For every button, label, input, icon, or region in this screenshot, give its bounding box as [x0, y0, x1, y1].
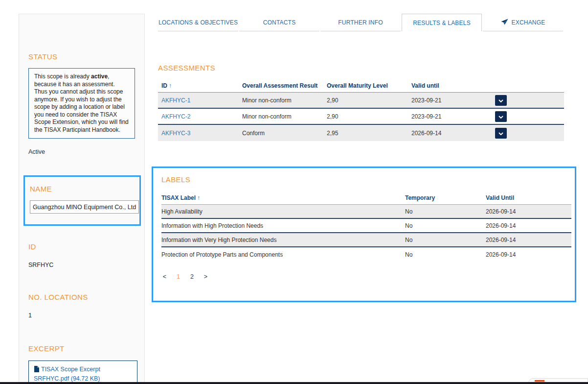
- tab-results-labels[interactable]: RESULTS & LABELS: [402, 14, 482, 31]
- label-name: Information with High Protection Needs: [161, 222, 405, 229]
- column-header-valid-until[interactable]: Valid Until: [486, 194, 571, 201]
- column-label: ID: [161, 82, 167, 89]
- name-heading: NAME: [30, 185, 134, 193]
- tab-locations-objectives[interactable]: LOCATIONS & OBJECTIVES: [158, 14, 238, 31]
- id-heading: ID: [28, 242, 135, 251]
- locations-heading: NO. LOCATIONS: [28, 293, 135, 301]
- column-header-result[interactable]: Overall Assessment Result: [242, 82, 327, 89]
- scope-name-input[interactable]: [30, 200, 139, 214]
- pagination-page-1[interactable]: 1: [175, 273, 181, 280]
- column-header-tisax-label[interactable]: TISAX Label↑: [161, 194, 405, 201]
- tab-label: LOCATIONS & OBJECTIVES: [158, 19, 238, 26]
- scope-sidebar: STATUS This scope is already active, bec…: [19, 14, 145, 384]
- label-name: Information with Very High Protection Ne…: [161, 237, 405, 243]
- column-header-id[interactable]: ID↑: [158, 82, 242, 89]
- assessment-id-link[interactable]: AKFHYC-1: [161, 97, 190, 104]
- row-dropdown-button[interactable]: [495, 128, 507, 139]
- label-name: Protection of Prototype Parts and Compon…: [161, 251, 405, 258]
- scope-tabbar: LOCATIONS & OBJECTIVES CONTACTS FURTHER …: [158, 14, 564, 32]
- column-header-maturity[interactable]: Overall Maturity Level: [327, 82, 411, 89]
- assessment-valid-until: 2026-09-14: [411, 130, 495, 137]
- status-value: Active: [28, 148, 135, 155]
- pagination-page-2[interactable]: 2: [189, 273, 195, 280]
- assessment-row: AKFHYC-2 Minor non-conform 2,90 2023-09-…: [158, 109, 564, 125]
- assessment-id-link[interactable]: AKFHYC-2: [161, 113, 190, 120]
- sort-asc-icon: ↑: [169, 82, 172, 89]
- tab-further-info[interactable]: FURTHER INFO: [320, 14, 401, 31]
- tab-label: EXCHANGE: [512, 19, 545, 26]
- corner-widget-accent: [535, 380, 544, 382]
- assessment-row: AKFHYC-1 Minor non-conform 2,90 2023-09-…: [158, 93, 564, 109]
- label-valid-until: 2026-09-14: [486, 237, 571, 243]
- label-name: High Availability: [161, 208, 405, 215]
- bottom-bar: [0, 382, 588, 384]
- labels-pagination: < 1 2 >: [161, 273, 571, 280]
- labels-table: TISAX Label↑ Temporary Valid Until High …: [161, 191, 571, 262]
- label-temporary: No: [405, 251, 486, 258]
- name-section-highlight: NAME: [23, 175, 141, 226]
- row-dropdown-button[interactable]: [495, 95, 507, 106]
- file-icon: [34, 366, 39, 375]
- assessment-maturity: 2,90: [327, 113, 411, 120]
- tab-label: RESULTS & LABELS: [413, 20, 471, 26]
- column-label: TISAX Label: [161, 194, 196, 201]
- chevron-down-icon: [498, 129, 503, 137]
- label-valid-until: 2026-09-14: [486, 222, 571, 229]
- column-header-valid-until[interactable]: Valid until: [411, 82, 495, 89]
- excerpt-file-link[interactable]: TISAX Scope Excerpt SRFHYC.pdf (94.72 KB…: [28, 360, 137, 384]
- excerpt-heading: EXCERPT: [28, 344, 135, 353]
- assessment-result: Minor non-conform: [242, 113, 327, 120]
- status-message-post: , because it has an assessment. Thus you…: [34, 73, 129, 133]
- status-message-pre: This scope is already: [34, 73, 91, 80]
- scope-id-value: SRFHYC: [28, 262, 135, 268]
- label-valid-until: 2026-09-14: [486, 251, 571, 258]
- assessments-heading: ASSESSMENTS: [158, 64, 215, 72]
- labels-header-row: TISAX Label↑ Temporary Valid Until: [161, 191, 571, 205]
- label-temporary: No: [405, 237, 486, 243]
- row-dropdown-button[interactable]: [495, 111, 507, 122]
- status-heading: STATUS: [28, 52, 135, 61]
- tab-contacts[interactable]: CONTACTS: [239, 14, 319, 31]
- pagination-prev[interactable]: <: [161, 273, 168, 280]
- labels-heading: LABELS: [161, 175, 571, 184]
- chevron-down-icon: [498, 113, 503, 120]
- labels-section-highlight: LABELS TISAX Label↑ Temporary Valid Unti…: [152, 167, 576, 302]
- label-temporary: No: [405, 222, 486, 229]
- assessment-row: AKFHYC-3 Conform 2,95 2026-09-14: [158, 125, 564, 141]
- label-row: Protection of Prototype Parts and Compon…: [161, 247, 571, 262]
- tab-label: FURTHER INFO: [338, 19, 383, 26]
- label-row: Information with Very High Protection Ne…: [161, 233, 571, 247]
- label-temporary: No: [405, 208, 486, 215]
- label-valid-until: 2026-09-14: [486, 208, 571, 215]
- column-header-temporary[interactable]: Temporary: [405, 194, 486, 201]
- assessment-id-link[interactable]: AKFHYC-3: [161, 130, 190, 137]
- assessment-valid-until: 2023-09-21: [411, 113, 495, 120]
- pagination-next[interactable]: >: [203, 273, 209, 280]
- excerpt-file-size: (94.72 KB): [71, 375, 100, 382]
- label-row: High Availability No 2026-09-14: [161, 205, 571, 219]
- assessment-maturity: 2,90: [327, 97, 411, 104]
- assessments-table: ID↑ Overall Assessment Result Overall Ma…: [158, 79, 564, 141]
- assessment-valid-until: 2023-09-21: [411, 97, 495, 104]
- assessment-maturity: 2,95: [327, 130, 411, 137]
- status-message-bold: active: [91, 73, 108, 80]
- assessment-result: Minor non-conform: [242, 97, 327, 104]
- sort-asc-icon: ↑: [197, 194, 200, 201]
- tab-label: CONTACTS: [263, 19, 296, 26]
- status-message-box: This scope is already active, because it…: [28, 68, 135, 139]
- paper-plane-icon: [501, 19, 508, 26]
- chevron-down-icon: [498, 96, 503, 104]
- tab-exchange[interactable]: EXCHANGE: [483, 14, 563, 31]
- assessment-result: Conform: [242, 130, 327, 137]
- assessments-header-row: ID↑ Overall Assessment Result Overall Ma…: [158, 79, 564, 93]
- label-row: Information with High Protection Needs N…: [161, 219, 571, 233]
- locations-count: 1: [28, 312, 135, 319]
